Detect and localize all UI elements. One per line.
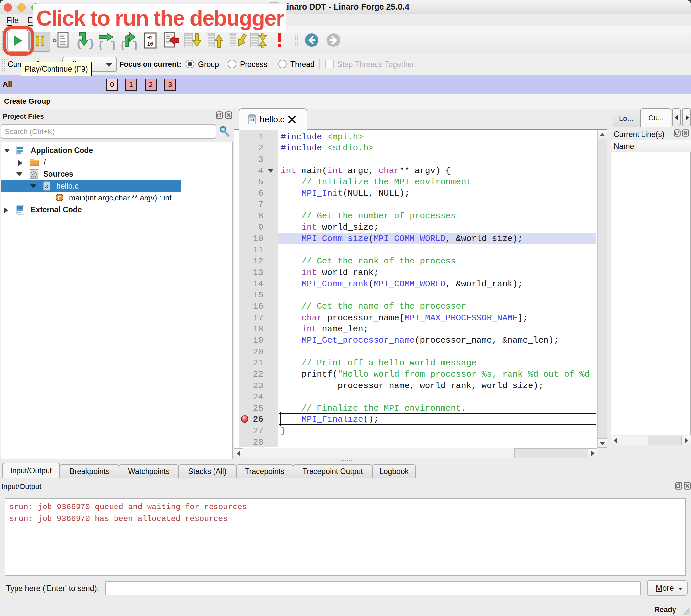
svg-text:.c: .c xyxy=(45,184,48,189)
svg-text:01: 01 xyxy=(147,35,153,41)
svg-text:}: } xyxy=(88,38,94,50)
svg-text:}: } xyxy=(132,40,138,50)
svg-text:10: 10 xyxy=(147,41,153,47)
svg-text:}: } xyxy=(110,40,116,50)
svg-text:{: { xyxy=(98,40,104,50)
svg-text:.c: .c xyxy=(250,117,254,122)
svg-text:{: { xyxy=(76,38,82,50)
svg-text:F: F xyxy=(58,195,61,200)
